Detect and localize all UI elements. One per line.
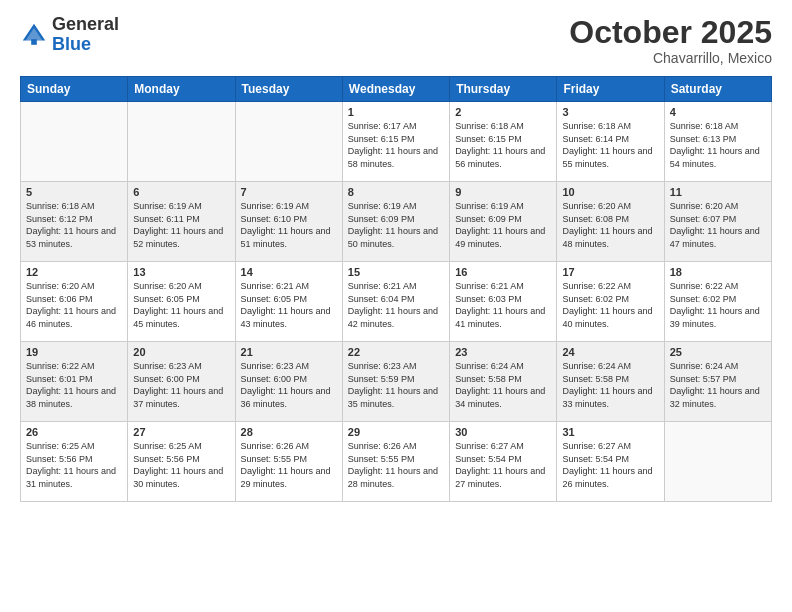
weekday-friday: Friday <box>557 77 664 102</box>
day-number: 29 <box>348 426 444 438</box>
cell-info: Sunrise: 6:20 AM Sunset: 6:07 PM Dayligh… <box>670 200 766 250</box>
calendar-cell <box>235 102 342 182</box>
calendar-cell <box>128 102 235 182</box>
location: Chavarrillo, Mexico <box>569 50 772 66</box>
day-number: 10 <box>562 186 658 198</box>
calendar-cell: 12Sunrise: 6:20 AM Sunset: 6:06 PM Dayli… <box>21 262 128 342</box>
cell-info: Sunrise: 6:19 AM Sunset: 6:09 PM Dayligh… <box>455 200 551 250</box>
cell-info: Sunrise: 6:19 AM Sunset: 6:09 PM Dayligh… <box>348 200 444 250</box>
cell-info: Sunrise: 6:19 AM Sunset: 6:10 PM Dayligh… <box>241 200 337 250</box>
calendar-cell: 29Sunrise: 6:26 AM Sunset: 5:55 PM Dayli… <box>342 422 449 502</box>
calendar-cell: 5Sunrise: 6:18 AM Sunset: 6:12 PM Daylig… <box>21 182 128 262</box>
calendar-cell: 17Sunrise: 6:22 AM Sunset: 6:02 PM Dayli… <box>557 262 664 342</box>
calendar-cell: 2Sunrise: 6:18 AM Sunset: 6:15 PM Daylig… <box>450 102 557 182</box>
calendar-cell: 21Sunrise: 6:23 AM Sunset: 6:00 PM Dayli… <box>235 342 342 422</box>
weekday-monday: Monday <box>128 77 235 102</box>
day-number: 14 <box>241 266 337 278</box>
week-row-2: 5Sunrise: 6:18 AM Sunset: 6:12 PM Daylig… <box>21 182 772 262</box>
day-number: 22 <box>348 346 444 358</box>
calendar-cell: 30Sunrise: 6:27 AM Sunset: 5:54 PM Dayli… <box>450 422 557 502</box>
day-number: 19 <box>26 346 122 358</box>
weekday-wednesday: Wednesday <box>342 77 449 102</box>
calendar-cell: 23Sunrise: 6:24 AM Sunset: 5:58 PM Dayli… <box>450 342 557 422</box>
weekday-header-row: SundayMondayTuesdayWednesdayThursdayFrid… <box>21 77 772 102</box>
week-row-4: 19Sunrise: 6:22 AM Sunset: 6:01 PM Dayli… <box>21 342 772 422</box>
calendar-cell: 16Sunrise: 6:21 AM Sunset: 6:03 PM Dayli… <box>450 262 557 342</box>
calendar-cell: 8Sunrise: 6:19 AM Sunset: 6:09 PM Daylig… <box>342 182 449 262</box>
cell-info: Sunrise: 6:20 AM Sunset: 6:05 PM Dayligh… <box>133 280 229 330</box>
cell-info: Sunrise: 6:22 AM Sunset: 6:01 PM Dayligh… <box>26 360 122 410</box>
calendar-cell: 24Sunrise: 6:24 AM Sunset: 5:58 PM Dayli… <box>557 342 664 422</box>
calendar-cell: 11Sunrise: 6:20 AM Sunset: 6:07 PM Dayli… <box>664 182 771 262</box>
day-number: 11 <box>670 186 766 198</box>
weekday-saturday: Saturday <box>664 77 771 102</box>
calendar-cell: 19Sunrise: 6:22 AM Sunset: 6:01 PM Dayli… <box>21 342 128 422</box>
logo: General Blue <box>20 15 119 55</box>
day-number: 15 <box>348 266 444 278</box>
cell-info: Sunrise: 6:25 AM Sunset: 5:56 PM Dayligh… <box>26 440 122 490</box>
calendar-cell: 3Sunrise: 6:18 AM Sunset: 6:14 PM Daylig… <box>557 102 664 182</box>
cell-info: Sunrise: 6:27 AM Sunset: 5:54 PM Dayligh… <box>455 440 551 490</box>
page: General Blue October 2025 Chavarrillo, M… <box>0 0 792 612</box>
day-number: 27 <box>133 426 229 438</box>
cell-info: Sunrise: 6:21 AM Sunset: 6:04 PM Dayligh… <box>348 280 444 330</box>
day-number: 9 <box>455 186 551 198</box>
logo-text: General Blue <box>52 15 119 55</box>
cell-info: Sunrise: 6:18 AM Sunset: 6:13 PM Dayligh… <box>670 120 766 170</box>
calendar-cell: 22Sunrise: 6:23 AM Sunset: 5:59 PM Dayli… <box>342 342 449 422</box>
cell-info: Sunrise: 6:26 AM Sunset: 5:55 PM Dayligh… <box>241 440 337 490</box>
calendar-cell: 1Sunrise: 6:17 AM Sunset: 6:15 PM Daylig… <box>342 102 449 182</box>
day-number: 25 <box>670 346 766 358</box>
month-title: October 2025 <box>569 15 772 50</box>
day-number: 3 <box>562 106 658 118</box>
week-row-1: 1Sunrise: 6:17 AM Sunset: 6:15 PM Daylig… <box>21 102 772 182</box>
cell-info: Sunrise: 6:17 AM Sunset: 6:15 PM Dayligh… <box>348 120 444 170</box>
week-row-3: 12Sunrise: 6:20 AM Sunset: 6:06 PM Dayli… <box>21 262 772 342</box>
calendar-cell: 18Sunrise: 6:22 AM Sunset: 6:02 PM Dayli… <box>664 262 771 342</box>
cell-info: Sunrise: 6:21 AM Sunset: 6:05 PM Dayligh… <box>241 280 337 330</box>
day-number: 18 <box>670 266 766 278</box>
calendar-cell: 31Sunrise: 6:27 AM Sunset: 5:54 PM Dayli… <box>557 422 664 502</box>
week-row-5: 26Sunrise: 6:25 AM Sunset: 5:56 PM Dayli… <box>21 422 772 502</box>
calendar-cell: 9Sunrise: 6:19 AM Sunset: 6:09 PM Daylig… <box>450 182 557 262</box>
day-number: 26 <box>26 426 122 438</box>
cell-info: Sunrise: 6:24 AM Sunset: 5:58 PM Dayligh… <box>562 360 658 410</box>
day-number: 16 <box>455 266 551 278</box>
day-number: 30 <box>455 426 551 438</box>
cell-info: Sunrise: 6:24 AM Sunset: 5:58 PM Dayligh… <box>455 360 551 410</box>
cell-info: Sunrise: 6:18 AM Sunset: 6:12 PM Dayligh… <box>26 200 122 250</box>
calendar-cell: 20Sunrise: 6:23 AM Sunset: 6:00 PM Dayli… <box>128 342 235 422</box>
day-number: 21 <box>241 346 337 358</box>
calendar-cell: 6Sunrise: 6:19 AM Sunset: 6:11 PM Daylig… <box>128 182 235 262</box>
day-number: 28 <box>241 426 337 438</box>
logo-blue: Blue <box>52 35 119 55</box>
weekday-thursday: Thursday <box>450 77 557 102</box>
cell-info: Sunrise: 6:22 AM Sunset: 6:02 PM Dayligh… <box>670 280 766 330</box>
header: General Blue October 2025 Chavarrillo, M… <box>20 15 772 66</box>
cell-info: Sunrise: 6:23 AM Sunset: 6:00 PM Dayligh… <box>241 360 337 410</box>
day-number: 6 <box>133 186 229 198</box>
calendar-cell <box>21 102 128 182</box>
calendar-cell: 13Sunrise: 6:20 AM Sunset: 6:05 PM Dayli… <box>128 262 235 342</box>
day-number: 5 <box>26 186 122 198</box>
calendar-cell: 4Sunrise: 6:18 AM Sunset: 6:13 PM Daylig… <box>664 102 771 182</box>
day-number: 8 <box>348 186 444 198</box>
cell-info: Sunrise: 6:19 AM Sunset: 6:11 PM Dayligh… <box>133 200 229 250</box>
logo-general: General <box>52 15 119 35</box>
cell-info: Sunrise: 6:22 AM Sunset: 6:02 PM Dayligh… <box>562 280 658 330</box>
calendar-cell: 27Sunrise: 6:25 AM Sunset: 5:56 PM Dayli… <box>128 422 235 502</box>
calendar-cell: 14Sunrise: 6:21 AM Sunset: 6:05 PM Dayli… <box>235 262 342 342</box>
cell-info: Sunrise: 6:18 AM Sunset: 6:15 PM Dayligh… <box>455 120 551 170</box>
title-block: October 2025 Chavarrillo, Mexico <box>569 15 772 66</box>
day-number: 23 <box>455 346 551 358</box>
day-number: 1 <box>348 106 444 118</box>
weekday-sunday: Sunday <box>21 77 128 102</box>
weekday-tuesday: Tuesday <box>235 77 342 102</box>
day-number: 12 <box>26 266 122 278</box>
cell-info: Sunrise: 6:18 AM Sunset: 6:14 PM Dayligh… <box>562 120 658 170</box>
cell-info: Sunrise: 6:24 AM Sunset: 5:57 PM Dayligh… <box>670 360 766 410</box>
day-number: 17 <box>562 266 658 278</box>
cell-info: Sunrise: 6:27 AM Sunset: 5:54 PM Dayligh… <box>562 440 658 490</box>
day-number: 24 <box>562 346 658 358</box>
cell-info: Sunrise: 6:20 AM Sunset: 6:06 PM Dayligh… <box>26 280 122 330</box>
